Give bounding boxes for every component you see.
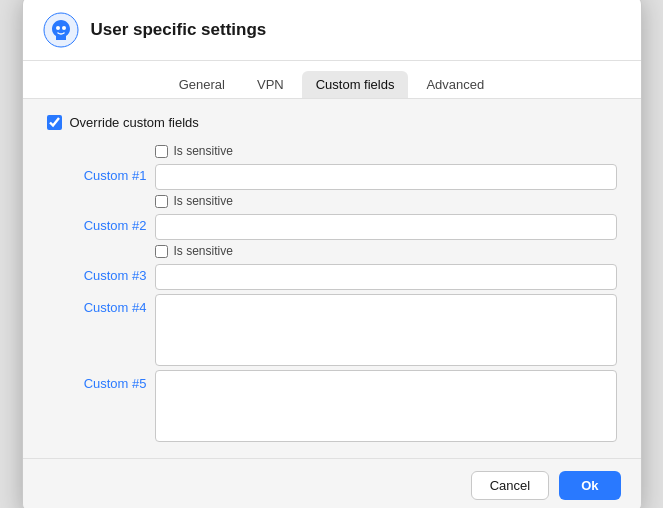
override-label: Override custom fields — [70, 115, 199, 130]
dialog-title: User specific settings — [91, 20, 267, 40]
custom1-label: Custom #1 — [47, 164, 147, 183]
tab-general[interactable]: General — [165, 71, 239, 98]
custom1-sensitive-row: Is sensitive — [155, 144, 617, 160]
custom4-textarea[interactable] — [155, 294, 617, 366]
custom3-input[interactable] — [155, 264, 617, 290]
custom2-sensitive-label: Is sensitive — [174, 194, 233, 208]
override-checkbox[interactable] — [47, 115, 62, 130]
custom2-input-wrapper — [155, 214, 617, 240]
override-row: Override custom fields — [47, 115, 617, 130]
tab-vpn[interactable]: VPN — [243, 71, 298, 98]
custom1-input[interactable] — [155, 164, 617, 190]
ok-button[interactable]: Ok — [559, 471, 620, 500]
custom3-sensitive-row: Is sensitive — [155, 244, 617, 260]
custom3-sensitive-checkbox[interactable] — [155, 245, 168, 258]
custom4-label: Custom #4 — [47, 294, 147, 315]
app-icon — [43, 12, 79, 48]
custom2-label: Custom #2 — [47, 214, 147, 233]
tab-advanced[interactable]: Advanced — [412, 71, 498, 98]
svg-point-1 — [56, 26, 60, 30]
cancel-button[interactable]: Cancel — [471, 471, 549, 500]
custom5-label: Custom #5 — [47, 370, 147, 391]
custom3-label: Custom #3 — [47, 264, 147, 283]
custom3-input-wrapper — [155, 264, 617, 290]
custom2-sensitive-row: Is sensitive — [155, 194, 617, 210]
custom1-sensitive-label: Is sensitive — [174, 144, 233, 158]
custom1-sensitive-checkbox[interactable] — [155, 145, 168, 158]
custom3-sensitive-label: Is sensitive — [174, 244, 233, 258]
custom4-textarea-wrapper — [155, 294, 617, 366]
tabs-bar: General VPN Custom fields Advanced — [23, 61, 641, 99]
custom5-textarea-wrapper — [155, 370, 617, 442]
custom2-input[interactable] — [155, 214, 617, 240]
fields-grid: Is sensitive Custom #1 Is sensitive Cust… — [47, 144, 617, 442]
custom1-input-wrapper — [155, 164, 617, 190]
custom2-sensitive-checkbox[interactable] — [155, 195, 168, 208]
dialog-header: User specific settings — [23, 0, 641, 61]
dialog-footer: Cancel Ok — [23, 458, 641, 508]
svg-point-2 — [62, 26, 66, 30]
custom5-textarea[interactable] — [155, 370, 617, 442]
dialog-body: Override custom fields Is sensitive Cust… — [23, 99, 641, 458]
tab-custom-fields[interactable]: Custom fields — [302, 71, 409, 98]
user-settings-dialog: User specific settings General VPN Custo… — [22, 0, 642, 508]
